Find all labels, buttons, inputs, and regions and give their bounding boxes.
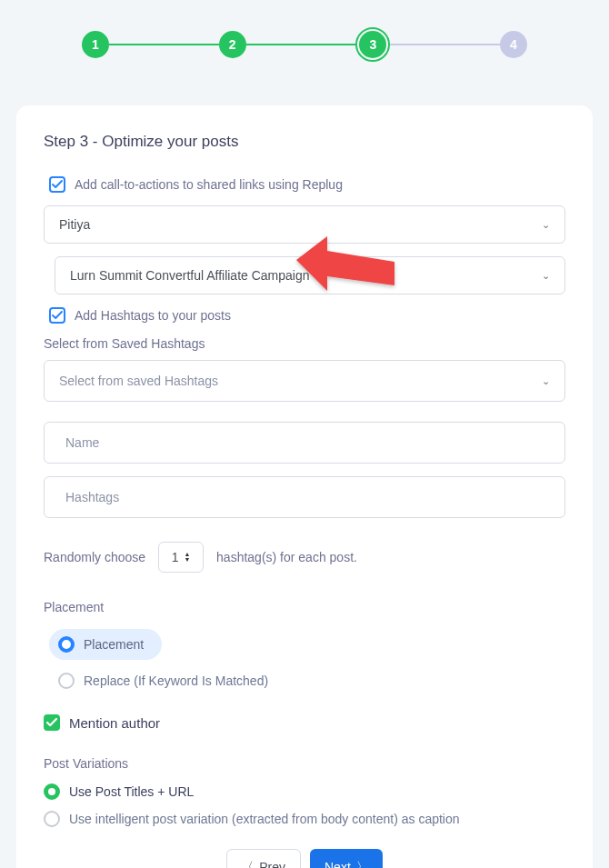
step-line-2-3 bbox=[246, 44, 356, 45]
prev-button-label: Prev bbox=[259, 860, 285, 868]
brand-select-value: Pitiya bbox=[59, 217, 90, 232]
chevron-down-icon: ⌄ bbox=[542, 270, 550, 282]
saved-hashtags-select[interactable]: Select from saved Hashtags ⌄ bbox=[44, 360, 565, 402]
variation-intelligent-label: Use intelligent post variation (extracte… bbox=[69, 812, 460, 826]
chevron-left-icon: 〈 bbox=[242, 859, 254, 868]
step-1[interactable]: 1 bbox=[82, 31, 109, 58]
next-button-label: Next bbox=[324, 860, 351, 868]
brand-select[interactable]: Pitiya ⌄ bbox=[44, 205, 565, 244]
step-line-3-4 bbox=[390, 44, 500, 45]
chevron-right-icon: 〉 bbox=[356, 859, 368, 868]
variation-titles-radio[interactable] bbox=[44, 783, 60, 800]
chevron-down-icon: ⌄ bbox=[542, 375, 550, 387]
placement-label: Placement bbox=[44, 600, 565, 614]
placement-option-replace-radio[interactable] bbox=[58, 673, 75, 689]
prev-button[interactable]: 〈 Prev bbox=[226, 849, 301, 868]
post-variations-label: Post Variations bbox=[44, 756, 565, 771]
chevron-down-icon: ⌄ bbox=[542, 219, 550, 231]
check-icon bbox=[46, 717, 57, 728]
mention-author-checkbox[interactable] bbox=[44, 714, 60, 731]
hashtag-checkbox[interactable] bbox=[49, 307, 65, 324]
saved-hashtags-label: Select from Saved Hashtags bbox=[44, 336, 565, 351]
step-2[interactable]: 2 bbox=[219, 31, 246, 58]
variation-titles-label: Use Post Titles + URL bbox=[69, 784, 194, 799]
variation-intelligent-radio[interactable] bbox=[44, 811, 60, 827]
step-3[interactable]: 3 bbox=[355, 27, 390, 62]
check-icon bbox=[52, 179, 63, 190]
saved-hashtags-select-value: Select from saved Hashtags bbox=[59, 374, 218, 388]
card-title: Step 3 - Optimize your posts bbox=[44, 133, 565, 151]
placement-radio-on[interactable] bbox=[58, 636, 75, 653]
random-count-stepper[interactable]: 1 ▲ ▼ bbox=[158, 542, 204, 573]
campaign-select[interactable]: Lurn Summit Convertful Affiliate Campaig… bbox=[55, 256, 565, 294]
stepper: 1 2 3 4 bbox=[0, 0, 609, 89]
placement-option-replace-label: Replace (If Keyword Is Matched) bbox=[84, 673, 268, 688]
placement-radio-label: Placement bbox=[84, 637, 144, 652]
cta-checkbox-label: Add call-to-actions to shared links usin… bbox=[75, 177, 343, 192]
step-4[interactable]: 4 bbox=[500, 31, 527, 58]
cta-checkbox[interactable] bbox=[49, 176, 65, 193]
stepper-down-icon[interactable]: ▼ bbox=[184, 557, 190, 563]
mention-author-label: Mention author bbox=[69, 715, 160, 731]
placement-option-placement[interactable]: Placement bbox=[49, 629, 162, 660]
random-count-value: 1 bbox=[172, 550, 179, 564]
check-icon bbox=[52, 310, 63, 321]
name-input[interactable] bbox=[44, 422, 565, 464]
campaign-select-value: Lurn Summit Convertful Affiliate Campaig… bbox=[70, 268, 310, 283]
randomly-choose-suffix: hashtag(s) for each post. bbox=[216, 550, 357, 564]
hashtags-input[interactable] bbox=[44, 476, 565, 518]
step-line-1-2 bbox=[109, 44, 219, 45]
randomly-choose-prefix: Randomly choose bbox=[44, 550, 145, 564]
optimize-card: Step 3 - Optimize your posts Add call-to… bbox=[16, 105, 593, 868]
next-button[interactable]: Next 〉 bbox=[310, 849, 383, 868]
hashtag-checkbox-label: Add Hashtags to your posts bbox=[75, 308, 231, 323]
